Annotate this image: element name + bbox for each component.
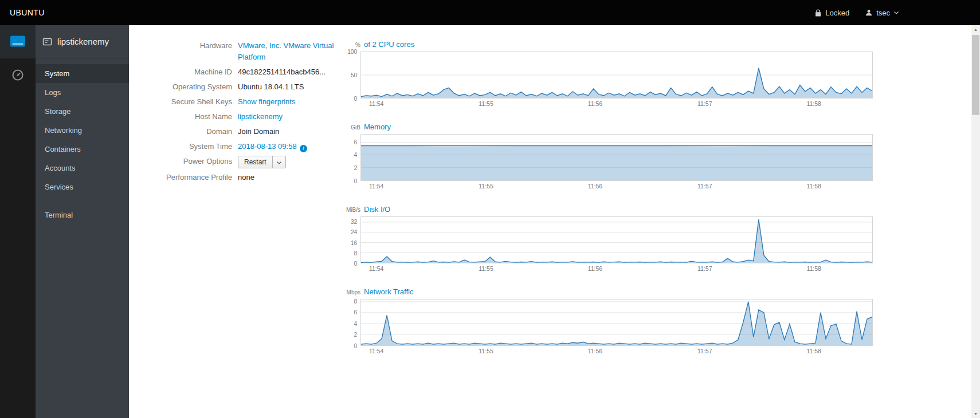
series-line bbox=[361, 302, 872, 344]
cpu-x-axis-labels: 11:5411:5511:5611:5711:58 bbox=[360, 98, 873, 109]
brand-logo: UBUNTU bbox=[0, 8, 45, 17]
cpu-y-axis-labels: 050100 bbox=[340, 52, 360, 98]
info-row-performance-profile: Performance Profile none bbox=[140, 172, 340, 183]
x-tick-label: 11:55 bbox=[479, 183, 493, 190]
sidebar-item-terminal[interactable]: Terminal bbox=[36, 206, 129, 224]
host-name-link[interactable]: lipstickenemy bbox=[238, 112, 283, 121]
scrollbar-thumb[interactable] bbox=[972, 35, 979, 115]
power-options-caret-button[interactable] bbox=[273, 156, 286, 168]
cpu-chart-svg bbox=[361, 52, 872, 98]
info-label: Machine ID bbox=[140, 66, 232, 78]
host-selector[interactable]: lipstickenemy bbox=[36, 25, 129, 58]
sidebar-item-label: Accounts bbox=[45, 164, 75, 172]
y-tick-label: 24 bbox=[351, 229, 357, 235]
y-tick-label: 2 bbox=[354, 332, 357, 338]
x-tick-label: 11:54 bbox=[369, 183, 384, 190]
x-tick-label: 11:56 bbox=[588, 348, 603, 354]
machine-id-value: 49c1822514114bacb456... bbox=[238, 66, 339, 78]
y-tick-label: 0 bbox=[354, 343, 357, 349]
cpu-unit-label: % bbox=[340, 42, 360, 48]
info-circle-icon[interactable]: i bbox=[300, 145, 307, 152]
chevron-down-icon bbox=[894, 11, 899, 14]
charts-panel: % of 2 CPU cores 050100 11:5411:5511:561… bbox=[340, 40, 873, 418]
x-tick-label: 11:55 bbox=[479, 348, 493, 354]
x-tick-label: 11:57 bbox=[697, 183, 712, 190]
x-tick-label: 11:54 bbox=[369, 348, 384, 354]
disk-io-chart-title: MiB/s Disk I/O bbox=[340, 205, 873, 214]
sidebar-item-logs[interactable]: Logs bbox=[36, 83, 129, 102]
info-label: Host Name bbox=[140, 111, 232, 123]
power-options-split-button: Restart bbox=[238, 156, 286, 168]
info-row-power-options: Power Options Restart bbox=[140, 156, 340, 168]
memory-chart-body: 0246 bbox=[340, 134, 873, 181]
cpu-chart-block: % of 2 CPU cores 050100 11:5411:5511:561… bbox=[340, 40, 873, 109]
locked-button[interactable]: Locked bbox=[815, 0, 849, 25]
cpu-chart-plot bbox=[360, 52, 873, 98]
info-row-host-name: Host Name lipstickenemy bbox=[140, 111, 340, 123]
network-chart-title: Mbps Network Traffic bbox=[340, 287, 873, 296]
username-label: tsec bbox=[876, 9, 890, 17]
sidebar-item-services[interactable]: Services bbox=[36, 178, 129, 196]
scroll-down-arrow-icon[interactable]: ▼ bbox=[971, 409, 980, 418]
info-row-operating-system: Operating System Ubuntu 18.04.1 LTS bbox=[140, 81, 340, 93]
disk-io-chart-title-link[interactable]: Disk I/O bbox=[364, 205, 390, 214]
network-chart-plot bbox=[360, 299, 873, 346]
sidebar-item-networking[interactable]: Networking bbox=[36, 121, 129, 140]
x-tick-label: 11:57 bbox=[697, 348, 712, 354]
x-tick-label: 11:58 bbox=[806, 100, 821, 107]
series-line bbox=[361, 68, 872, 97]
memory-chart-plot bbox=[360, 134, 873, 181]
network-chart-title-link[interactable]: Network Traffic bbox=[364, 287, 413, 296]
y-tick-label: 4 bbox=[354, 152, 357, 158]
cpu-chart-title: % of 2 CPU cores bbox=[340, 40, 873, 49]
series-line bbox=[361, 219, 872, 262]
sidebar-item-storage[interactable]: Storage bbox=[36, 102, 129, 121]
x-tick-label: 11:54 bbox=[369, 100, 384, 107]
top-navigation-bar: UBUNTU Locked tsec bbox=[0, 0, 980, 25]
sidebar-item-label: Terminal bbox=[45, 211, 73, 219]
scroll-up-arrow-icon[interactable]: ▲ bbox=[971, 25, 980, 34]
caret-down-icon bbox=[277, 161, 281, 164]
user-menu[interactable]: tsec bbox=[865, 0, 899, 25]
network-chart-body: 02468 bbox=[340, 299, 873, 346]
system-info-panel: Hardware VMware, Inc. VMware Virtual Pla… bbox=[140, 40, 340, 418]
system-time-link[interactable]: 2018-08-13 09:58 bbox=[238, 142, 297, 151]
sidebar-item-containers[interactable]: Containers bbox=[36, 140, 129, 159]
series-area bbox=[361, 145, 872, 180]
user-icon bbox=[865, 9, 872, 16]
disk-io-chart-plot bbox=[360, 216, 873, 263]
y-tick-label: 8 bbox=[354, 250, 357, 257]
y-tick-label: 6 bbox=[354, 139, 357, 145]
y-tick-label: 100 bbox=[347, 49, 357, 55]
memory-unit-label: GiB bbox=[340, 124, 360, 131]
y-tick-label: 6 bbox=[354, 309, 357, 316]
info-label: Hardware bbox=[140, 40, 232, 63]
hardware-link[interactable]: VMware, Inc. VMware Virtual Platform bbox=[238, 41, 334, 61]
machine-icon-strip bbox=[0, 25, 36, 418]
info-row-ssh-keys: Secure Shell Keys Show fingerprints bbox=[140, 96, 340, 108]
sidebar-item-label: System bbox=[45, 69, 69, 78]
disk-io-chart-block: MiB/s Disk I/O 08162432 11:5411:5511:561… bbox=[340, 205, 873, 274]
app-body: lipstickenemy System Logs Storage Networ… bbox=[0, 25, 980, 418]
x-tick-label: 11:56 bbox=[588, 100, 603, 107]
info-row-hardware: Hardware VMware, Inc. VMware Virtual Pla… bbox=[140, 40, 340, 63]
sidebar-item-system[interactable]: System bbox=[36, 64, 129, 83]
server-machine-icon bbox=[10, 35, 26, 49]
sidebar-item-accounts[interactable]: Accounts bbox=[36, 159, 129, 178]
y-tick-label: 50 bbox=[351, 72, 357, 78]
sidebar-dashboard[interactable] bbox=[0, 58, 36, 92]
lock-icon bbox=[815, 9, 821, 17]
x-tick-label: 11:57 bbox=[697, 100, 712, 107]
cpu-chart-title-link[interactable]: of 2 CPU cores bbox=[364, 40, 414, 49]
host-name-label: lipstickenemy bbox=[57, 37, 109, 46]
sidebar-machine-server[interactable] bbox=[0, 25, 36, 58]
memory-chart-block: GiB Memory 0246 11:5411:5511:5611:5711:5… bbox=[340, 123, 873, 191]
memory-chart-title-link[interactable]: Memory bbox=[364, 123, 391, 131]
info-label: Secure Shell Keys bbox=[140, 96, 232, 108]
network-chart-svg bbox=[361, 299, 872, 345]
show-fingerprints-link[interactable]: Show fingerprints bbox=[238, 97, 295, 106]
restart-button[interactable]: Restart bbox=[238, 156, 273, 168]
y-tick-label: 0 bbox=[354, 178, 357, 184]
vertical-scrollbar[interactable]: ▲ ▼ bbox=[971, 25, 980, 418]
network-x-axis-labels: 11:5411:5511:5611:5711:58 bbox=[360, 346, 873, 356]
